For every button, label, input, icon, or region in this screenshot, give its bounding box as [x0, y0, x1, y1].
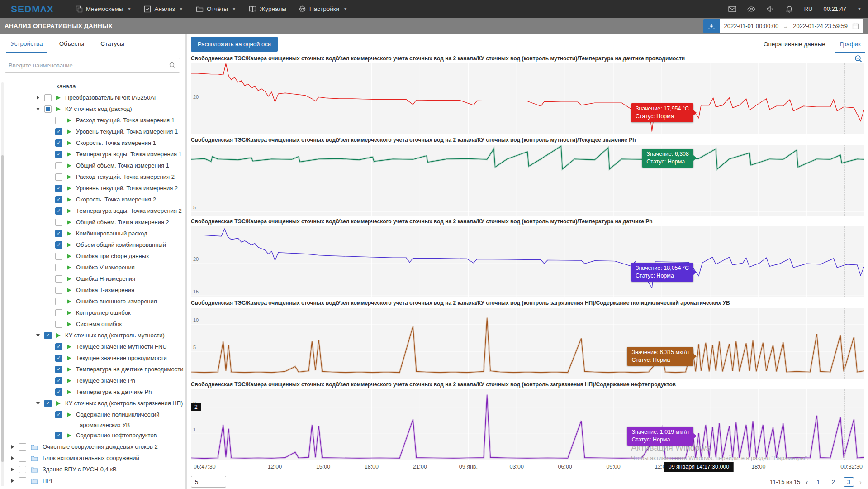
search-input[interactable] — [9, 62, 169, 69]
chart-plot[interactable]: 5Значение: 6,308Статус: Норма — [191, 145, 864, 216]
checkbox[interactable]: ✓ — [55, 377, 62, 384]
tree-item[interactable]: ✓Температура воды. Точка измерения 1 — [5, 149, 185, 160]
language-selector[interactable]: RU — [804, 5, 813, 12]
sound-icon[interactable] — [766, 5, 774, 13]
checkbox[interactable] — [55, 253, 62, 260]
checkbox[interactable]: ✓ — [55, 151, 62, 158]
tree-item[interactable]: Ошибка V-измерения — [5, 262, 185, 273]
tree-item[interactable]: ✓Текущее значение проводимости — [5, 352, 185, 364]
date-to[interactable]: 2022-01-24 23:59:59 — [793, 23, 848, 29]
tree-item[interactable]: Блок вспомогательных сооружений — [5, 452, 185, 464]
caret-right-icon[interactable] — [10, 456, 15, 460]
tree-item[interactable]: ✓Температура на датчике Ph — [5, 386, 185, 398]
menu-reports[interactable]: Отчёты▼ — [190, 0, 242, 18]
checkbox[interactable] — [19, 455, 26, 462]
tree-item[interactable]: ✓Объем общий комбинированный — [5, 239, 185, 250]
tree-item[interactable]: ✓Температура воды. Точка измерения 2 — [5, 205, 185, 216]
tree-item[interactable]: Очистные сооружения дождевых стоков 2 — [5, 441, 185, 452]
checkbox[interactable] — [55, 264, 62, 271]
view-tab[interactable]: Оперативные данные — [756, 34, 833, 53]
checkbox[interactable]: ✓ — [55, 366, 62, 373]
tree-item[interactable]: ✓Содержание нефтепродуктов — [5, 430, 185, 441]
checkbox[interactable]: ✓ — [55, 355, 62, 362]
checkbox[interactable] — [55, 162, 62, 169]
tree-item[interactable]: Ошибка при сборе данных — [5, 250, 185, 262]
tree-item[interactable]: Общий объем. Точка измерения 1 — [5, 160, 185, 171]
tree-item[interactable]: ✓КУ сточных вод (контроль загрязнения НП… — [5, 398, 185, 409]
tree-item[interactable]: ✓Температура на дачтике проводимости — [5, 364, 185, 375]
tree-item[interactable]: КУ сточных вод (расход) — [5, 103, 185, 115]
tree-item[interactable]: Ошибка T-измерения — [5, 284, 185, 296]
sidebar-tab[interactable]: Статусы — [92, 34, 132, 53]
checkbox[interactable] — [19, 466, 26, 473]
tree-item[interactable]: Главный корпус — [5, 486, 185, 489]
checkbox[interactable]: ✓ — [55, 411, 62, 418]
checkbox[interactable] — [44, 105, 52, 113]
checkbox[interactable]: ✓ — [55, 241, 62, 249]
checkbox[interactable] — [55, 298, 62, 305]
eye-off-icon[interactable] — [747, 5, 755, 13]
tree-item[interactable]: ✓Текущее значение Ph — [5, 375, 185, 386]
tree-item[interactable]: Расход текущий. Точка измерения 1 — [5, 115, 185, 126]
tree-item[interactable]: ✓Уровень текущий. Точка измерения 1 — [5, 126, 185, 137]
chart-plot[interactable]: 20Значение: 17,954 °CСтатус: Норма — [191, 63, 864, 134]
tree-item[interactable]: Преобразователь NPort IA5250AI — [5, 92, 185, 103]
tree-scrollbar[interactable] — [1, 82, 4, 486]
tree-item[interactable]: Ошибка H-измерения — [5, 273, 185, 284]
pagination-next-icon[interactable]: › — [859, 478, 862, 486]
tree-item[interactable]: ✓Комбинированный расход — [5, 228, 185, 239]
tree-item[interactable]: ✓Текущее значение мутности FNU — [5, 341, 185, 352]
checkbox[interactable]: ✓ — [44, 332, 52, 339]
date-from[interactable]: 2022-01-01 00:00:00 — [724, 23, 779, 29]
caret-right-icon[interactable] — [10, 445, 15, 449]
tree-item[interactable]: ✓Уровень текущий. Точка измерения 2 — [5, 182, 185, 194]
single-axis-button[interactable]: Расположить на одной оси — [191, 37, 278, 52]
caret-down-icon[interactable] — [35, 402, 41, 405]
sidebar-tab[interactable]: Объекты — [51, 34, 93, 53]
checkbox[interactable]: ✓ — [55, 230, 62, 237]
mail-icon[interactable] — [728, 5, 736, 13]
menu-journals[interactable]: Журналы — [242, 0, 293, 18]
tree-item[interactable]: Система ошибок — [5, 318, 185, 330]
pagination-page[interactable]: 2 — [829, 478, 838, 486]
checkbox[interactable]: ✓ — [44, 400, 52, 407]
checkbox[interactable] — [19, 443, 26, 451]
tree-item[interactable]: Общий объем. Точка измерения 2 — [5, 216, 185, 228]
chevron-down-icon[interactable]: ▼ — [857, 6, 862, 11]
checkbox[interactable]: ✓ — [55, 432, 62, 439]
zoom-out-icon[interactable] — [854, 55, 863, 65]
caret-right-icon[interactable] — [10, 468, 15, 471]
view-tab[interactable]: График — [833, 34, 868, 53]
charts-per-page-input[interactable] — [191, 476, 226, 488]
checkbox[interactable] — [55, 275, 62, 283]
checkbox[interactable] — [44, 94, 52, 101]
caret-down-icon[interactable] — [35, 108, 41, 110]
checkbox[interactable]: ✓ — [55, 207, 62, 215]
chart-plot[interactable]: 212Значение: 1,019 мкг/лСтатус: Норма — [191, 389, 864, 460]
checkbox[interactable]: ✓ — [55, 139, 62, 147]
tree-item[interactable]: Ошибка внешнего измерения — [5, 296, 185, 307]
checkbox[interactable]: ✓ — [55, 185, 62, 192]
pagination-page[interactable]: 1 — [813, 478, 823, 486]
menu-analysis[interactable]: Анализ▼ — [138, 0, 190, 18]
caret-down-icon[interactable] — [35, 334, 41, 337]
menu-mnemo[interactable]: Мнемосхемы▼ — [69, 0, 138, 18]
tree-item[interactable]: ПРГ — [5, 475, 185, 486]
pagination-prev-icon[interactable]: ‹ — [806, 478, 808, 486]
tree-item[interactable]: ✓Содержание полициклический — [5, 409, 185, 420]
checkbox[interactable]: ✓ — [55, 388, 62, 396]
checkbox[interactable] — [55, 321, 62, 328]
checkbox[interactable] — [55, 173, 62, 181]
caret-right-icon[interactable] — [35, 96, 41, 100]
export-download-button[interactable] — [703, 19, 720, 33]
tree-item[interactable]: ✓Скорость. Точка измерения 2 — [5, 194, 185, 205]
chart-plot[interactable]: 2015Значение: 18,054 °CСтатус: Норма — [191, 226, 864, 297]
caret-right-icon[interactable] — [10, 479, 15, 483]
pagination-page[interactable]: 3 — [844, 477, 854, 487]
bell-icon[interactable] — [785, 5, 793, 13]
checkbox[interactable] — [55, 309, 62, 316]
tree-item[interactable]: ✓КУ сточных вод (контроль мутности) — [5, 330, 185, 341]
tree-item[interactable]: Расход текущий. Точка измерения 2 — [5, 171, 185, 182]
tree-item[interactable]: ✓Скорость. Точка измерения 1 — [5, 137, 185, 149]
checkbox[interactable] — [55, 219, 62, 226]
